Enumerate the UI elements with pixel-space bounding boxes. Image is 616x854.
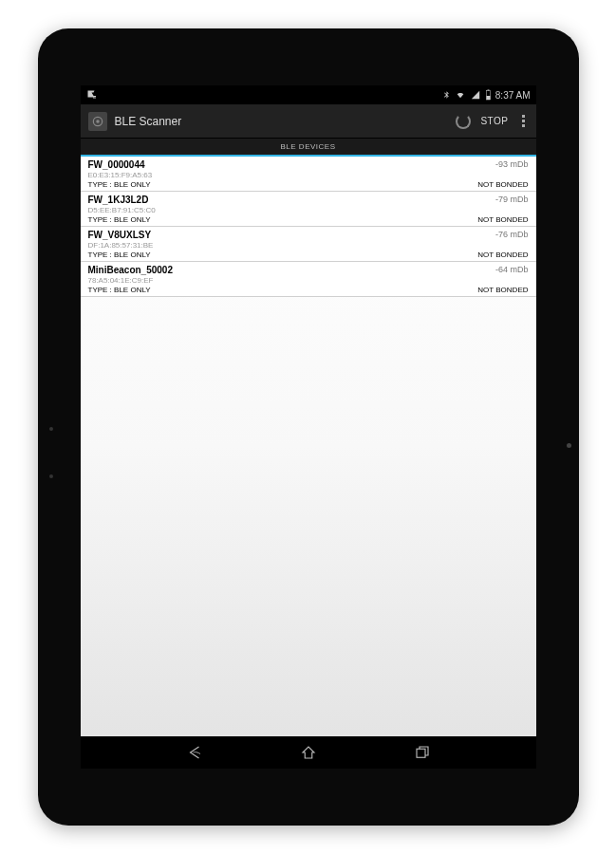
status-right: 8:37 AM — [442, 89, 531, 101]
device-name: FW_V8UXLSY — [88, 230, 152, 240]
svg-point-6 — [96, 120, 100, 123]
status-left — [86, 89, 98, 101]
device-mac: DF:1A:85:57:31:BE — [88, 241, 529, 250]
device-name: FW_1KJ3L2D — [88, 195, 149, 205]
stop-button[interactable]: STOP — [480, 116, 508, 126]
device-signal: -93 mDb — [495, 159, 529, 169]
device-signal: -79 mDb — [495, 195, 529, 204]
device-mac: D5:EE:B7:91:C5:C0 — [88, 206, 529, 214]
device-bond: NOT BONDED — [477, 180, 528, 189]
app-title: BLE Scanner — [115, 115, 457, 128]
tablet-sensor-dot — [49, 427, 53, 431]
svg-rect-3 — [487, 90, 489, 91]
bluetooth-icon — [442, 89, 451, 101]
navigation-bar — [81, 736, 536, 769]
notification-icon — [86, 89, 98, 101]
device-name: FW_0000044 — [88, 159, 145, 170]
device-mac: E0:E3:15:F9:A5:63 — [88, 171, 529, 179]
svg-rect-7 — [417, 749, 425, 757]
status-time: 8:37 AM — [495, 90, 531, 101]
section-header: BLE DEVICES — [81, 139, 536, 157]
device-type: TYPE : BLE ONLY — [88, 251, 151, 259]
home-button[interactable] — [298, 744, 319, 761]
svg-rect-0 — [93, 96, 96, 97]
tablet-frame: 8:37 AM BLE Scanner STOP BLE DEVICES FW_… — [38, 28, 579, 826]
device-row[interactable]: FW_1KJ3L2D-79 mDbD5:EE:B7:91:C5:C0TYPE :… — [81, 192, 536, 227]
device-bond: NOT BONDED — [477, 251, 528, 259]
device-signal: -64 mDb — [495, 265, 529, 274]
device-type: TYPE : BLE ONLY — [88, 215, 151, 224]
device-row[interactable]: MiniBeacon_50002-64 mDb78:A5:04:1E:C9:EF… — [81, 262, 536, 297]
signal-icon — [470, 90, 481, 100]
app-icon — [88, 112, 107, 131]
tablet-sensor-dot — [49, 474, 53, 478]
device-bond: NOT BONDED — [477, 286, 528, 294]
device-list[interactable]: FW_0000044-93 mDbE0:E3:15:F9:A5:63TYPE :… — [81, 157, 536, 736]
tablet-camera-dot — [567, 443, 571, 448]
recent-apps-button[interactable] — [412, 744, 433, 761]
svg-rect-1 — [93, 98, 96, 99]
device-bond: NOT BONDED — [477, 215, 528, 224]
device-type: TYPE : BLE ONLY — [88, 180, 151, 189]
loading-spinner-icon — [456, 114, 471, 129]
device-signal: -76 mDb — [495, 230, 529, 239]
device-name: MiniBeacon_50002 — [88, 265, 174, 275]
back-button[interactable] — [184, 744, 205, 761]
status-bar: 8:37 AM — [81, 85, 536, 104]
device-row[interactable]: FW_V8UXLSY-76 mDbDF:1A:85:57:31:BETYPE :… — [81, 227, 536, 262]
wifi-icon — [455, 90, 466, 100]
battery-icon — [485, 89, 492, 101]
screen: 8:37 AM BLE Scanner STOP BLE DEVICES FW_… — [81, 85, 536, 769]
device-mac: 78:A5:04:1E:C9:EF — [88, 276, 529, 285]
device-row[interactable]: FW_0000044-93 mDbE0:E3:15:F9:A5:63TYPE :… — [81, 157, 536, 192]
overflow-menu-icon[interactable] — [518, 111, 529, 131]
device-type: TYPE : BLE ONLY — [88, 286, 151, 294]
action-bar: BLE Scanner STOP — [81, 104, 536, 139]
svg-rect-4 — [486, 96, 490, 100]
